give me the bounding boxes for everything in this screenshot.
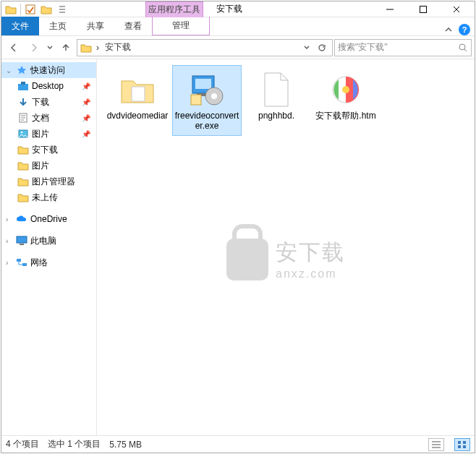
file-item[interactable]: pnghhbd. bbox=[242, 65, 311, 136]
svg-rect-23 bbox=[458, 445, 461, 448]
svg-rect-9 bbox=[20, 244, 24, 245]
cloud-icon bbox=[16, 213, 27, 225]
svg-rect-14 bbox=[195, 79, 211, 89]
up-button[interactable] bbox=[56, 38, 75, 57]
pin-icon: 📌 bbox=[82, 114, 90, 122]
expand-icon[interactable]: › bbox=[6, 237, 13, 245]
nav-quick-item[interactable]: 图片📌 bbox=[1, 126, 96, 142]
search-box[interactable]: 搜索"安下载" bbox=[334, 39, 472, 56]
nav-item-icon bbox=[17, 128, 29, 140]
icons-view-button[interactable] bbox=[454, 438, 470, 451]
window-title: 安下载 bbox=[216, 3, 242, 15]
tab-home[interactable]: 主页 bbox=[39, 17, 77, 35]
svg-rect-24 bbox=[463, 445, 466, 448]
svg-rect-1 bbox=[420, 6, 427, 12]
back-button[interactable] bbox=[4, 38, 23, 57]
breadcrumb-location[interactable]: 安下载 bbox=[103, 41, 132, 53]
details-view-button[interactable] bbox=[428, 438, 444, 451]
qat-newfolder-icon[interactable] bbox=[40, 3, 53, 16]
file-name: dvdvideomediar bbox=[107, 111, 169, 121]
help-icon[interactable]: ? bbox=[459, 24, 470, 35]
file-item[interactable]: freevideoconverter.exe bbox=[172, 65, 242, 136]
svg-rect-8 bbox=[17, 236, 27, 243]
minimize-button[interactable] bbox=[373, 1, 407, 17]
status-bar: 4 个项目 选中 1 个项目 5.75 MB bbox=[1, 435, 475, 453]
separator bbox=[20, 4, 21, 15]
nav-item-label: 安下载 bbox=[32, 144, 58, 156]
qat-customize-icon[interactable] bbox=[56, 3, 69, 16]
app-folder-icon bbox=[4, 3, 17, 16]
qat-properties-icon[interactable] bbox=[24, 3, 37, 16]
refresh-icon[interactable] bbox=[318, 43, 329, 52]
nav-quick-item[interactable]: 图片 bbox=[1, 158, 96, 174]
svg-rect-22 bbox=[463, 441, 466, 444]
status-item-count: 4 个项目 bbox=[6, 438, 39, 450]
nav-item-label: 下载 bbox=[32, 96, 49, 108]
svg-rect-12 bbox=[132, 87, 145, 101]
nav-quick-item[interactable]: 安下载 bbox=[1, 142, 96, 158]
nav-quick-item[interactable]: Desktop📌 bbox=[1, 78, 96, 94]
lock-icon bbox=[226, 239, 268, 280]
nav-item-label: Desktop bbox=[32, 81, 64, 91]
nav-item-icon bbox=[17, 144, 29, 155]
nav-item-icon bbox=[17, 160, 29, 171]
forward-button[interactable] bbox=[25, 38, 43, 57]
file-name: 安下载帮助.htm bbox=[315, 111, 375, 121]
watermark: 安下载 anxz.com bbox=[226, 238, 345, 280]
nav-network[interactable]: › 网络 bbox=[1, 254, 96, 270]
nav-item-icon bbox=[17, 112, 29, 124]
expand-icon[interactable]: ⌄ bbox=[6, 67, 13, 74]
nav-this-pc[interactable]: › 此电脑 bbox=[1, 233, 96, 249]
nav-item-icon bbox=[17, 80, 29, 92]
svg-rect-10 bbox=[17, 259, 21, 262]
close-button[interactable] bbox=[440, 1, 473, 17]
nav-item-label: 图片管理器 bbox=[32, 176, 75, 188]
ribbon-expand-icon[interactable] bbox=[444, 25, 453, 34]
file-list[interactable]: 安下载 anxz.com dvdvideomediarfreevideoconv… bbox=[97, 59, 475, 435]
file-item[interactable]: dvdvideomediar bbox=[103, 65, 172, 136]
nav-quick-item[interactable]: 文档📌 bbox=[1, 110, 96, 126]
file-name: pnghhbd. bbox=[258, 111, 294, 121]
nav-item-icon bbox=[17, 96, 29, 108]
maximize-button[interactable] bbox=[407, 1, 440, 17]
tab-manage[interactable]: 管理 bbox=[152, 17, 210, 35]
svg-rect-3 bbox=[18, 84, 28, 90]
search-icon[interactable] bbox=[458, 43, 468, 53]
tab-view[interactable]: 查看 bbox=[114, 17, 152, 35]
contextual-tab-header: 应用程序工具 bbox=[145, 1, 203, 17]
file-icon bbox=[257, 70, 296, 109]
svg-rect-21 bbox=[458, 441, 461, 444]
status-selection: 选中 1 个项目 bbox=[48, 438, 101, 450]
ribbon-tabs: 文件 主页 共享 查看 管理 ? bbox=[1, 17, 475, 36]
nav-quick-item[interactable]: 下载📌 bbox=[1, 94, 96, 110]
search-placeholder: 搜索"安下载" bbox=[338, 41, 458, 53]
address-bar: › 安下载 搜索"安下载" bbox=[1, 36, 475, 59]
watermark-text-cn: 安下载 bbox=[276, 238, 345, 267]
file-icon bbox=[326, 70, 365, 109]
svg-rect-4 bbox=[21, 82, 25, 85]
tab-share[interactable]: 共享 bbox=[77, 17, 114, 35]
breadcrumb-bar[interactable]: › 安下载 bbox=[77, 39, 333, 56]
expand-icon[interactable]: › bbox=[6, 259, 13, 267]
nav-quick-item[interactable]: 未上传 bbox=[1, 189, 96, 205]
tab-file[interactable]: 文件 bbox=[1, 17, 39, 35]
recent-locations-button[interactable] bbox=[45, 38, 55, 57]
status-size: 5.75 MB bbox=[109, 440, 142, 450]
nav-label: 此电脑 bbox=[30, 235, 56, 247]
svg-rect-11 bbox=[22, 263, 27, 266]
monitor-icon bbox=[16, 235, 27, 247]
nav-item-icon bbox=[17, 192, 29, 203]
pin-icon: 📌 bbox=[82, 130, 90, 138]
address-dropdown-icon[interactable] bbox=[303, 44, 315, 51]
nav-quick-item[interactable]: 图片管理器 bbox=[1, 174, 96, 189]
svg-point-17 bbox=[211, 93, 217, 99]
file-item[interactable]: 安下载帮助.htm bbox=[311, 65, 381, 136]
svg-point-7 bbox=[21, 132, 23, 134]
svg-point-2 bbox=[459, 44, 465, 50]
breadcrumb-sep-icon[interactable]: › bbox=[95, 43, 101, 53]
nav-quick-access[interactable]: ⌄ 快速访问 bbox=[1, 62, 96, 78]
nav-item-label: 文档 bbox=[32, 112, 49, 124]
navigation-pane: ⌄ 快速访问 Desktop📌下载📌文档📌图片📌安下载图片图片管理器未上传 › … bbox=[1, 59, 97, 435]
expand-icon[interactable]: › bbox=[6, 215, 13, 223]
nav-onedrive[interactable]: › OneDrive bbox=[1, 211, 96, 227]
